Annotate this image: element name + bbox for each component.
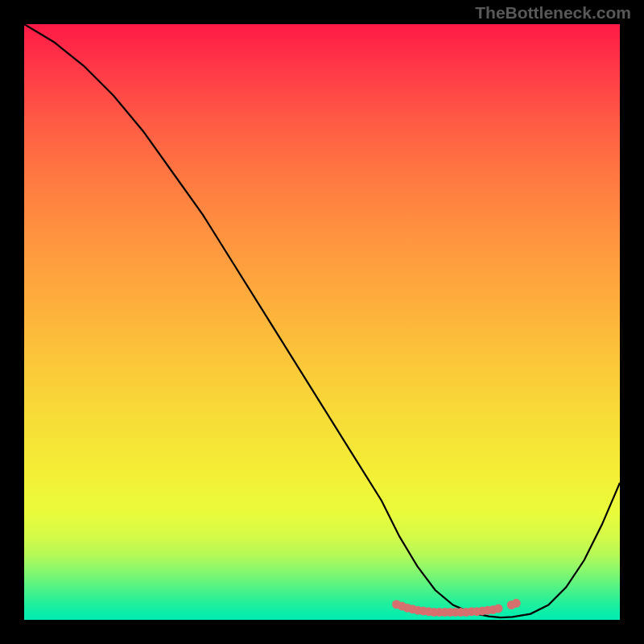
bottleneck-curve [24, 24, 620, 617]
plot-area [24, 24, 620, 620]
highlight-markers [392, 599, 521, 617]
marker-point [512, 599, 521, 608]
chart-svg [24, 24, 620, 620]
marker-point [494, 604, 503, 613]
watermark-text: TheBottleneck.com [475, 3, 631, 23]
